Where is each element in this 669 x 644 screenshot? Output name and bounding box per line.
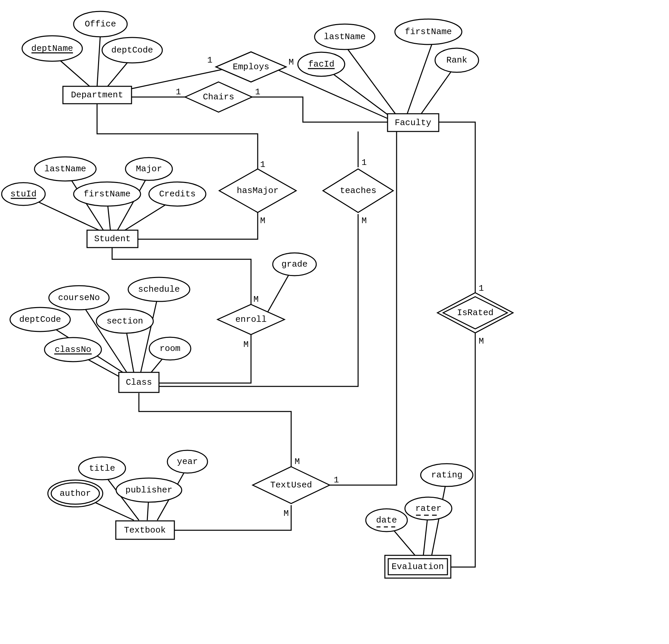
card-employs-fac: M — [288, 57, 294, 67]
attr-dept-office: Office — [74, 11, 127, 37]
svg-text:room: room — [160, 344, 180, 354]
svg-text:firstName: firstName — [84, 189, 130, 199]
svg-text:Textbook: Textbook — [124, 525, 166, 535]
svg-text:date: date — [376, 515, 397, 525]
svg-text:deptCode: deptCode — [112, 45, 153, 55]
svg-text:enroll: enroll — [235, 314, 267, 325]
svg-text:courseNo: courseNo — [58, 293, 100, 303]
line-israted-eval — [450, 331, 475, 567]
entity-evaluation: Evaluation — [385, 555, 451, 578]
card-chairs-dept: 1 — [176, 87, 181, 97]
line-dept-office — [97, 33, 100, 87]
attr-stu-stuid: stuId — [2, 183, 45, 205]
rel-textused: TextUsed — [253, 467, 330, 503]
entity-faculty: Faculty — [387, 114, 439, 131]
attr-class-section: section — [96, 309, 153, 333]
rel-teaches: teaches — [323, 169, 393, 212]
svg-text:Department: Department — [71, 90, 123, 100]
attr-class-classno: classNo — [44, 338, 101, 362]
entity-department: Department — [63, 86, 131, 104]
attr-stu-firstname: firstName — [74, 182, 141, 206]
card-israted-eval: M — [479, 336, 484, 346]
line-dept-hasmajor — [97, 104, 258, 174]
entity-class: Class — [119, 372, 159, 392]
svg-text:Chairs: Chairs — [203, 92, 234, 102]
svg-text:year: year — [177, 457, 198, 467]
card-textused-text: M — [283, 509, 289, 518]
card-teaches-fac: 1 — [361, 158, 367, 168]
svg-text:Rank: Rank — [446, 55, 467, 65]
attr-text-year: year — [167, 450, 208, 473]
line-class-schedule — [141, 291, 159, 373]
svg-text:section: section — [106, 316, 143, 326]
attr-class-schedule: schedule — [128, 277, 190, 301]
svg-text:stuId: stuId — [10, 189, 37, 199]
line-class-textused — [139, 393, 291, 467]
attr-fac-firstname: firstName — [395, 19, 462, 44]
line-fac-lastname — [345, 45, 397, 115]
rel-employs: Employs — [216, 52, 286, 82]
attr-fac-lastname: lastName — [315, 24, 375, 49]
line-hasmajor-student — [137, 207, 258, 239]
card-textused-class: M — [295, 457, 300, 467]
rel-enroll: enroll — [217, 304, 284, 334]
attr-eval-date: date — [366, 509, 407, 532]
svg-text:Office: Office — [85, 19, 116, 29]
svg-text:schedule: schedule — [138, 284, 180, 295]
attr-dept-deptcode: deptCode — [102, 38, 162, 63]
svg-text:classNo: classNo — [55, 345, 91, 355]
attr-text-publisher: publisher — [116, 478, 182, 502]
svg-text:Employs: Employs — [232, 62, 269, 72]
svg-text:Evaluation: Evaluation — [392, 562, 444, 572]
attr-eval-rating: rating — [421, 464, 473, 486]
svg-text:TextUsed: TextUsed — [270, 480, 312, 490]
svg-text:grade: grade — [282, 259, 308, 269]
attr-fac-rank: Rank — [435, 48, 479, 72]
entity-student: Student — [87, 230, 138, 247]
card-employs-dept: 1 — [207, 55, 213, 65]
svg-text:hasMajor: hasMajor — [237, 186, 279, 196]
card-teaches-class: M — [361, 216, 367, 226]
attr-eval-rater: rater — [405, 497, 452, 520]
attr-text-author: author — [48, 480, 103, 507]
card-enroll-class: M — [243, 340, 249, 349]
svg-text:Major: Major — [136, 164, 162, 174]
card-textused-fac: 1 — [334, 475, 339, 485]
line-textused-textbook — [174, 505, 291, 530]
attr-dept-deptname: deptName — [22, 36, 82, 61]
svg-text:publisher: publisher — [126, 485, 172, 495]
svg-text:lastName: lastName — [324, 32, 366, 42]
attr-class-deptcode: deptCode — [10, 307, 70, 331]
svg-text:Student: Student — [94, 234, 130, 244]
svg-text:Faculty: Faculty — [395, 118, 431, 128]
attr-class-room: room — [149, 337, 191, 360]
rel-chairs: Chairs — [185, 82, 252, 112]
attr-enroll-grade: grade — [273, 253, 316, 276]
svg-text:firstName: firstName — [405, 27, 452, 37]
svg-text:teaches: teaches — [340, 186, 376, 196]
attr-text-title: title — [79, 457, 126, 480]
line-faculty-israted — [437, 122, 475, 295]
svg-text:Class: Class — [126, 377, 152, 387]
card-israted-fac: 1 — [479, 283, 484, 294]
rel-israted: IsRated — [438, 293, 513, 333]
attr-class-courseno: courseNo — [49, 286, 109, 310]
svg-text:deptCode: deptCode — [19, 314, 61, 325]
entity-textbook: Textbook — [116, 521, 174, 539]
svg-text:rating: rating — [431, 470, 462, 480]
svg-text:author: author — [60, 488, 91, 499]
svg-text:IsRated: IsRated — [457, 308, 493, 318]
attr-stu-major: Major — [126, 158, 172, 180]
svg-text:facId: facId — [308, 59, 334, 69]
card-enroll-stu: M — [253, 295, 259, 304]
svg-text:deptName: deptName — [31, 43, 73, 54]
attr-fac-facid: facId — [298, 52, 345, 76]
rel-hasmajor: hasMajor — [219, 169, 296, 212]
line-fac-firstname — [407, 35, 435, 115]
svg-text:title: title — [89, 463, 115, 473]
svg-text:Credits: Credits — [159, 189, 196, 199]
card-hasmajor-stu: M — [260, 216, 266, 226]
attr-stu-lastname: lastName — [34, 157, 96, 181]
card-hasmajor-dept: 1 — [260, 160, 266, 170]
svg-text:rater: rater — [415, 503, 441, 514]
